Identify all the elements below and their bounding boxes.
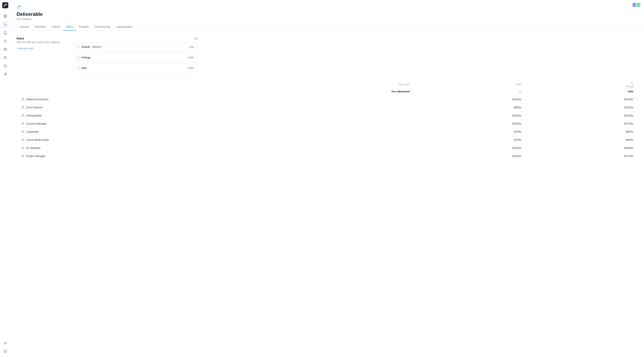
- cell-role-0: Market Researcher: [17, 95, 245, 104]
- tabs-nav: General Members Clients Rates Projects T…: [16, 23, 638, 31]
- rate-card-kellogg-name: Kellogg: [82, 56, 90, 59]
- cell-kellogg-4: $89/hr: [526, 128, 638, 136]
- rate-card-default[interactable]: ⊘ Default DEFAULT +0%: [73, 43, 197, 52]
- tab-clients[interactable]: Clients: [49, 23, 63, 31]
- tab-general[interactable]: General: [16, 23, 32, 31]
- app-logo: [16, 5, 638, 10]
- rate-cards-list: ⊘ Default DEFAULT +0% ⊘ Kellogg +19%: [73, 43, 197, 73]
- col-role-header: [17, 79, 245, 90]
- svg-point-27: [22, 130, 24, 132]
- svg-point-25: [22, 114, 24, 115]
- table-header-row-2: Fee Adjustment — +19%: [17, 90, 638, 95]
- cell-kellogg-3: $179/hr: [526, 120, 638, 128]
- cell-kellogg-1: $101/hr: [526, 104, 638, 112]
- cell-empty-1: [245, 104, 414, 112]
- svg-point-20: [195, 38, 196, 39]
- cell-empty-5: [245, 136, 414, 144]
- rates-description: Add and edit rate cards for your agency: [16, 41, 66, 44]
- svg-point-26: [22, 122, 24, 123]
- tab-impersonation[interactable]: Impersonation: [113, 23, 136, 31]
- table-row[interactable]: Market Researcher $120/hr $143/hr: [17, 95, 638, 104]
- avatar-pair: [632, 2, 641, 8]
- table-row[interactable]: Project Manager $150/hr $179/hr: [17, 152, 638, 160]
- sidebar: [0, 0, 10, 357]
- rates-table: Rate cards Base Kellogg: [16, 79, 638, 160]
- svg-point-28: [22, 139, 24, 140]
- cell-role-6: Sr. Marketer: [17, 144, 245, 152]
- col-base-header: Base: [414, 79, 526, 90]
- col-fee-label: [17, 90, 245, 95]
- cell-role-name-7: Project Manager: [26, 155, 46, 158]
- sidebar-item-settings[interactable]: [2, 348, 9, 355]
- table-header-row-1: Rate cards Base Kellogg: [17, 79, 638, 90]
- tab-members[interactable]: Members: [32, 23, 49, 31]
- sidebar-item-people[interactable]: [2, 54, 9, 61]
- table-row[interactable]: Event Planner $85/hr $101/hr: [17, 104, 638, 112]
- sidebar-bottom: [2, 340, 9, 355]
- cell-empty-2: [245, 112, 414, 120]
- sidebar-item-analytics[interactable]: [2, 21, 9, 28]
- sidebar-item-menu[interactable]: [2, 340, 9, 346]
- cell-base-5: $75/hr: [414, 136, 526, 144]
- cell-base-7: $150/hr: [414, 152, 526, 160]
- cell-role-3: Account Manager: [17, 120, 245, 128]
- kellogg-circle-icon: [630, 81, 633, 85]
- tab-time-tracking[interactable]: Time tracking: [92, 23, 113, 31]
- add-rate-card-link[interactable]: + Add rate card: [16, 47, 33, 50]
- svg-rect-4: [6, 17, 6, 18]
- svg-point-24: [22, 106, 24, 107]
- cell-base-0: $120/hr: [414, 95, 526, 104]
- tab-projects[interactable]: Projects: [76, 23, 92, 31]
- page-title: Deliverable: [16, 11, 638, 17]
- cell-empty-6: [245, 144, 414, 152]
- eye-icon[interactable]: [194, 37, 197, 41]
- sidebar-item-clock[interactable]: [2, 63, 9, 69]
- svg-point-30: [22, 155, 24, 156]
- sidebar-item-contact[interactable]: [2, 71, 9, 78]
- table-row[interactable]: Videographer $100/hr $119/hr: [17, 112, 638, 120]
- sidebar-logo: [2, 2, 8, 8]
- cell-kellogg-2: $119/hr: [526, 112, 638, 120]
- table-row[interactable]: Account Manager $150/hr $179/hr: [17, 120, 638, 128]
- rate-card-nike-name: Nike: [82, 67, 87, 70]
- rate-card-kellogg-left: ⊘ Kellogg: [77, 56, 90, 59]
- tab-rates[interactable]: Rates: [63, 23, 76, 31]
- sidebar-item-users[interactable]: [2, 38, 9, 45]
- sidebar-item-dashboard[interactable]: [2, 13, 9, 20]
- sidebar-item-invoice[interactable]: [2, 46, 9, 53]
- table-row[interactable]: Copywriter $75/hr $89/hr: [17, 128, 638, 136]
- cell-kellogg-6: $238/hr: [526, 144, 638, 152]
- svg-point-29: [22, 147, 24, 148]
- svg-rect-0: [2, 2, 8, 8]
- table-row[interactable]: Sr. Marketer $200/hr $238/hr: [17, 144, 638, 152]
- cell-role-4: Copywriter: [17, 128, 245, 136]
- cell-role-1: Event Planner: [17, 104, 245, 112]
- svg-point-11: [4, 56, 5, 58]
- col-kellogg-pct: +19%: [526, 90, 638, 95]
- rates-left-panel: Rates Add and edit rate cards for your a…: [16, 37, 66, 73]
- rate-card-kellogg-pct: +19%: [187, 56, 194, 59]
- cell-empty-7: [245, 152, 414, 160]
- cell-kellogg-7: $179/hr: [526, 152, 638, 160]
- rates-table-body: Market Researcher $120/hr $143/hr Event …: [17, 95, 638, 160]
- svg-point-13: [5, 73, 6, 74]
- svg-line-19: [4, 350, 6, 352]
- avatar-2[interactable]: [636, 2, 641, 8]
- cell-role-name-4: Copywriter: [26, 130, 39, 133]
- rate-card-nike-pct: +25%: [187, 67, 194, 70]
- main-content: Deliverable Our company General Members …: [10, 0, 644, 357]
- rate-card-kellogg[interactable]: ⊘ Kellogg +19%: [73, 53, 197, 62]
- rate-card-default-icon: ⊘: [77, 45, 80, 49]
- sidebar-item-book[interactable]: [2, 30, 9, 36]
- cell-role-5: Social Media Writer: [17, 136, 245, 144]
- table-row[interactable]: Social Media Writer $75/hr $89/hr: [17, 136, 638, 144]
- rate-card-default-pct: +0%: [188, 46, 194, 49]
- top-right-area: [632, 2, 641, 8]
- cell-role-7: Project Manager: [17, 152, 245, 160]
- cell-empty-0: [245, 95, 414, 104]
- svg-rect-9: [4, 49, 6, 51]
- col-kellogg-header: Kellogg: [526, 79, 638, 90]
- rate-card-nike[interactable]: ⊘ Nike +25%: [73, 64, 197, 73]
- svg-rect-2: [6, 15, 6, 16]
- svg-line-22: [631, 82, 632, 83]
